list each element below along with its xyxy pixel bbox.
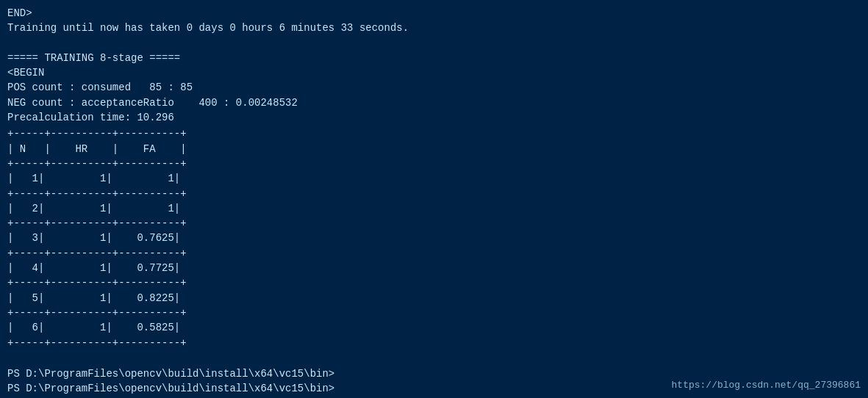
table-row-5: | 5| 1| 0.8225| (7, 291, 861, 305)
table-row-4: | 4| 1| 0.7725| (7, 261, 861, 275)
table-border-5: +-----+----------+----------+ (7, 305, 861, 320)
table-border-header: +-----+----------+----------+ (7, 156, 861, 171)
table-border-3: +-----+----------+----------+ (7, 246, 861, 261)
table-row-3: | 3| 1| 0.7625| (7, 231, 861, 245)
table-border-top: +-----+----------+----------+ (7, 126, 861, 141)
end-tag-line: END> (7, 6, 861, 21)
precalc-line: Precalculation time: 10.296 (7, 110, 861, 125)
pos-count-line: POS count : consumed 85 : 85 (7, 80, 861, 95)
empty-line-2 (7, 352, 861, 366)
begin-tag-line: <BEGIN (7, 65, 861, 80)
empty-line (7, 36, 861, 51)
watermark: https://blog.csdn.net/qq_27396861 (672, 380, 861, 391)
training-time-line: Training until now has taken 0 days 0 ho… (7, 21, 861, 35)
table-border-1: +-----+----------+----------+ (7, 187, 861, 201)
table-row-2: | 2| 1| 1| (7, 201, 861, 216)
table-row-6: | 6| 1| 0.5825| (7, 320, 861, 335)
table-header-row: | N | HR | FA | (7, 142, 861, 156)
table-border-2: +-----+----------+----------+ (7, 216, 861, 231)
neg-count-line: NEG count : acceptanceRatio 400 : 0.0024… (7, 95, 861, 110)
table-border-4: +-----+----------+----------+ (7, 275, 861, 290)
table: +-----+----------+----------+ | N | HR |… (7, 126, 861, 350)
training-stage-line: ===== TRAINING 8-stage ===== (7, 51, 861, 65)
table-row-1: | 1| 1| 1| (7, 171, 861, 186)
terminal-window: END> Training until now has taken 0 days… (0, 0, 868, 398)
table-border-6: +-----+----------+----------+ (7, 336, 861, 350)
